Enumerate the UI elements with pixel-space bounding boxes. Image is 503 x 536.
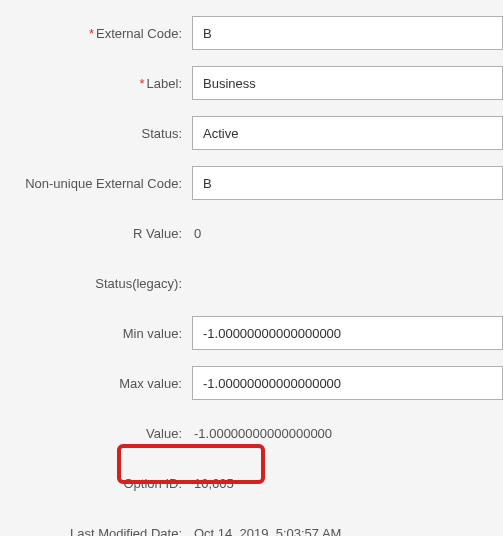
row-option-id: Option ID: 10,605	[0, 466, 503, 500]
required-indicator: *	[140, 76, 145, 91]
label-value: Value:	[0, 426, 192, 441]
row-status: Status:	[0, 116, 503, 150]
value-last-modified-date: Oct 14, 2019, 5:03:57 AM	[192, 526, 341, 537]
row-label: *Label:	[0, 66, 503, 100]
row-r-value: R Value: 0	[0, 216, 503, 250]
label-non-unique-external-code: Non-unique External Code:	[0, 176, 192, 191]
value-value: -1.00000000000000000	[192, 426, 332, 441]
value-r-value: 0	[192, 226, 201, 241]
row-max-value: Max value:	[0, 366, 503, 400]
input-label[interactable]	[192, 66, 503, 100]
input-min-value[interactable]	[192, 316, 503, 350]
row-status-legacy: Status(legacy):	[0, 266, 503, 300]
label-external-code: *External Code:	[0, 26, 192, 41]
label-last-modified-date: Last Modified Date:	[0, 526, 192, 537]
input-external-code[interactable]	[192, 16, 503, 50]
row-non-unique-external-code: Non-unique External Code:	[0, 166, 503, 200]
value-option-id: 10,605	[192, 476, 234, 491]
row-min-value: Min value:	[0, 316, 503, 350]
input-max-value[interactable]	[192, 366, 503, 400]
input-status[interactable]	[192, 116, 503, 150]
row-value: Value: -1.00000000000000000	[0, 416, 503, 450]
label-min-value: Min value:	[0, 326, 192, 341]
row-external-code: *External Code:	[0, 16, 503, 50]
label-label: *Label:	[0, 76, 192, 91]
label-r-value: R Value:	[0, 226, 192, 241]
form-container: *External Code: *Label: Status:	[0, 0, 503, 536]
label-max-value: Max value:	[0, 376, 192, 391]
label-status: Status:	[0, 126, 192, 141]
row-last-modified-date: Last Modified Date: Oct 14, 2019, 5:03:5…	[0, 516, 503, 536]
label-option-id: Option ID:	[0, 476, 192, 491]
input-non-unique-external-code[interactable]	[192, 166, 503, 200]
required-indicator: *	[89, 26, 94, 41]
label-status-legacy: Status(legacy):	[0, 276, 192, 291]
